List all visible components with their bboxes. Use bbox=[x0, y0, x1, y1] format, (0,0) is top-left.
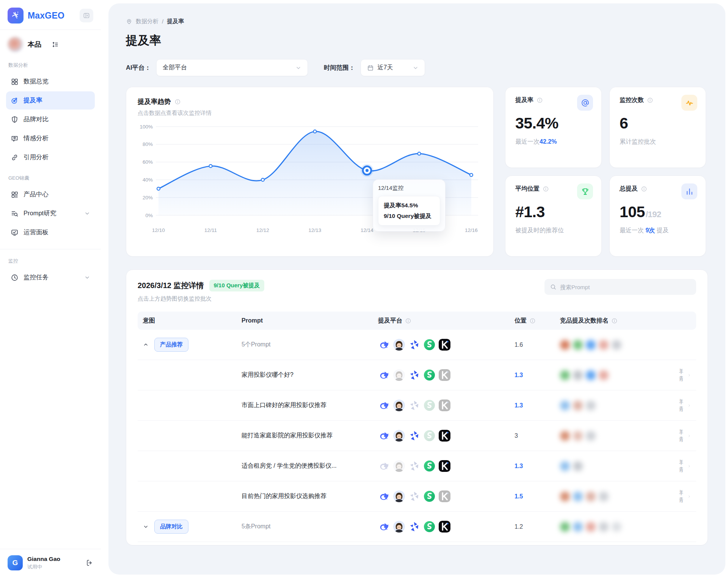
user-name: Gianna Gao bbox=[27, 556, 60, 562]
detail-link[interactable]: 详情 bbox=[678, 429, 691, 443]
switch-product-icon[interactable] bbox=[52, 41, 59, 48]
logo-row: MaxGEO bbox=[6, 6, 95, 23]
chevron-down-icon bbox=[295, 65, 301, 71]
prompt-text[interactable]: 目前热门的家用投影仪选购推荐 bbox=[242, 493, 326, 499]
kimi-icon bbox=[439, 521, 450, 533]
sidebar-item-引用分析[interactable]: 引用分析 bbox=[6, 148, 95, 166]
intent-badge[interactable]: 产品推荐 bbox=[154, 338, 188, 352]
position-value[interactable]: 1.3 bbox=[515, 463, 560, 470]
sidebar-collapse-button[interactable] bbox=[80, 9, 93, 22]
competitor-dot bbox=[560, 401, 570, 410]
search-prompt-input[interactable] bbox=[560, 284, 685, 290]
sidebar-item-品牌对比[interactable]: 品牌对比 bbox=[6, 110, 95, 128]
time-range-select[interactable]: 近7天 bbox=[361, 59, 425, 76]
info-icon[interactable] bbox=[611, 318, 618, 324]
competitor-dot bbox=[560, 522, 570, 532]
competitor-dot bbox=[586, 522, 596, 532]
firework-icon bbox=[11, 10, 20, 21]
deepseek-icon bbox=[378, 521, 390, 533]
intent-badge[interactable]: 品牌对比 bbox=[154, 520, 188, 534]
prompt-row: 适合租房党 / 学生党的便携投影仪...1.3详情 bbox=[138, 451, 696, 481]
doubao-icon bbox=[393, 430, 405, 442]
chevron-down-icon bbox=[84, 274, 90, 280]
spark-icon bbox=[424, 521, 435, 533]
position-value[interactable]: 1.5 bbox=[515, 493, 560, 500]
chart-subtitle: 点击数据点查看该次监控详情 bbox=[138, 110, 482, 117]
search-prompt-box[interactable] bbox=[544, 279, 696, 295]
user-meta: Gianna Gao 试用中 bbox=[27, 556, 60, 570]
intent-group-row: 产品推荐5个Prompt1.6 bbox=[138, 330, 696, 360]
search-list-icon bbox=[11, 210, 19, 218]
doubao-icon bbox=[393, 339, 405, 351]
stat-value: 35.4% bbox=[515, 114, 592, 132]
trophy-icon bbox=[577, 183, 593, 199]
stat-subtitle: 最近一次 9次 提及 bbox=[620, 227, 696, 235]
deepseek-icon bbox=[378, 339, 390, 351]
info-icon[interactable] bbox=[641, 186, 647, 192]
breadcrumb: 数据分析 / 提及率 bbox=[126, 18, 708, 25]
doubao-icon bbox=[393, 460, 405, 472]
mention-platforms bbox=[378, 369, 515, 381]
prompt-text[interactable]: 市面上口碑好的家用投影仪推荐 bbox=[242, 402, 326, 408]
info-icon[interactable] bbox=[543, 186, 549, 192]
sidebar-item-label: 品牌对比 bbox=[24, 115, 49, 124]
competitor-ranking bbox=[560, 394, 678, 417]
sidebar-item-label: 数据总览 bbox=[24, 77, 49, 86]
prompt-text[interactable]: 适合租房党 / 学生党的便携投影仪... bbox=[242, 462, 337, 469]
prompt-row: 目前热门的家用投影仪选购推荐1.5详情 bbox=[138, 481, 696, 512]
grid-icon bbox=[11, 78, 19, 86]
detail-link[interactable]: 详情 bbox=[678, 489, 691, 504]
monitor-title: 2026/3/12 监控详情 bbox=[138, 280, 204, 291]
info-icon[interactable] bbox=[537, 97, 543, 103]
breadcrumb-separator: / bbox=[162, 18, 163, 25]
product-selector[interactable]: 本品 bbox=[8, 37, 93, 52]
svg-text:40%: 40% bbox=[143, 177, 153, 183]
user-status: 试用中 bbox=[27, 564, 60, 570]
position-value[interactable]: 1.3 bbox=[515, 402, 560, 409]
stat-card-平均位置: 平均位置#1.3被提及时的推荐位 bbox=[505, 175, 602, 257]
detail-link[interactable]: 详情 bbox=[678, 459, 691, 473]
logout-icon[interactable] bbox=[86, 559, 93, 567]
chevron-up-icon[interactable] bbox=[143, 342, 149, 348]
sidebar-item-运营面板[interactable]: 运营面板 bbox=[6, 223, 95, 241]
breadcrumb-section[interactable]: 数据分析 bbox=[136, 18, 158, 25]
position-value[interactable]: 1.3 bbox=[515, 372, 560, 379]
detail-link[interactable]: 详情 bbox=[678, 368, 691, 382]
spark-icon bbox=[424, 339, 435, 351]
prompt-text[interactable]: 能打造家庭影院的家用投影仪推荐 bbox=[242, 432, 333, 439]
sidebar-item-提及率[interactable]: 提及率 bbox=[6, 91, 95, 110]
sidebar-nav: 数据分析数据总览提及率品牌对比情感分析引用分析GEO锦囊产品中心Prompt研究… bbox=[6, 53, 95, 287]
location-pin-icon bbox=[126, 18, 132, 25]
detail-link[interactable]: 详情 bbox=[678, 398, 691, 413]
monitor-subtitle: 点击上方趋势图切换监控批次 bbox=[138, 295, 696, 302]
search-icon bbox=[550, 284, 557, 290]
spark-icon bbox=[424, 369, 435, 381]
sidebar-item-Prompt研究[interactable]: Prompt研究 bbox=[6, 204, 95, 222]
filters-bar: AI平台： 全部平台 时间范围： 近7天 bbox=[126, 59, 708, 76]
sidebar-item-监控任务[interactable]: 监控任务 bbox=[6, 268, 95, 287]
user-profile[interactable]: G Gianna Gao 试用中 bbox=[6, 549, 95, 570]
time-select-value: 近7天 bbox=[378, 64, 393, 72]
mention-platforms bbox=[378, 490, 515, 502]
calendar-icon bbox=[367, 64, 374, 71]
chevron-down-icon[interactable] bbox=[143, 524, 149, 529]
sidebar-item-情感分析[interactable]: 情感分析 bbox=[6, 129, 95, 147]
svg-text:60%: 60% bbox=[143, 159, 153, 165]
tooltip-query: 9/10 Query被提及 bbox=[384, 211, 435, 221]
info-icon[interactable] bbox=[647, 97, 653, 103]
stats-grid: 提及率35.4%最近一次42.2%监控次数6累计监控批次平均位置#1.3被提及时… bbox=[505, 87, 706, 257]
info-icon[interactable] bbox=[405, 318, 411, 324]
chevron-down-icon bbox=[413, 65, 419, 71]
svg-text:12/11: 12/11 bbox=[204, 227, 217, 233]
info-icon[interactable] bbox=[529, 318, 536, 324]
prompt-text[interactable]: 家用投影仪哪个好? bbox=[242, 371, 293, 378]
platform-select[interactable]: 全部平台 bbox=[156, 59, 308, 76]
sidebar-item-产品中心[interactable]: 产品中心 bbox=[6, 185, 95, 204]
platform-filter-label: AI平台： bbox=[126, 64, 151, 72]
sidebar-item-数据总览[interactable]: 数据总览 bbox=[6, 72, 95, 91]
info-icon[interactable] bbox=[174, 99, 181, 105]
kimi-icon bbox=[439, 399, 450, 411]
comment-heart-icon bbox=[11, 135, 19, 143]
stat-card-提及率: 提及率35.4%最近一次42.2% bbox=[505, 87, 602, 168]
prompt-row: 家用投影仪哪个好?1.3详情 bbox=[138, 360, 696, 390]
